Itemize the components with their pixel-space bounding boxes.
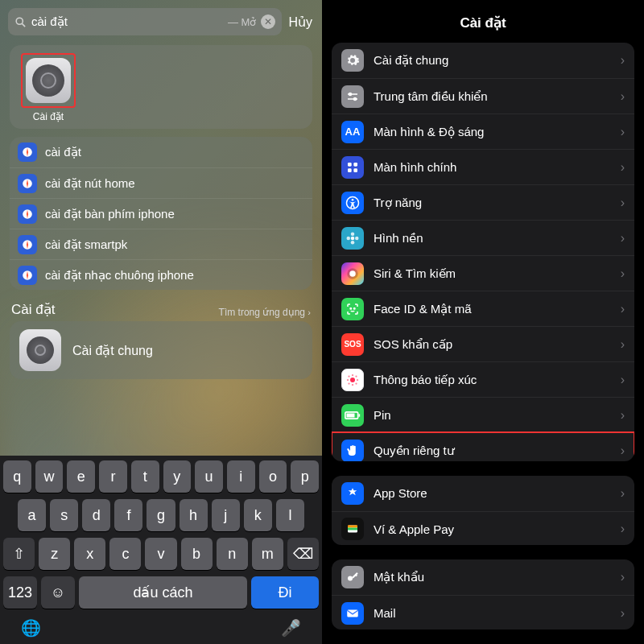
siri-icon xyxy=(341,262,364,285)
settings-row-tr-n-ng[interactable]: Trợ năng › xyxy=(332,184,634,220)
suggestion-item[interactable]: cài đặt nhạc chuông iphone xyxy=(10,259,312,290)
key-x[interactable]: x xyxy=(74,538,105,570)
in-app-result[interactable]: Cài đặt chung xyxy=(10,321,312,379)
settings-row-th-ng-b-o-ti-p-x-c[interactable]: Thông báo tiếp xúc › xyxy=(332,361,634,397)
key-icon xyxy=(341,566,364,588)
key-u[interactable]: u xyxy=(195,460,223,493)
settings-app-icon xyxy=(26,58,71,103)
chevron-right-icon: › xyxy=(621,125,625,139)
settings-row-v-apple-pay[interactable]: Ví & Apple Pay › xyxy=(332,511,634,546)
clear-icon[interactable]: ✕ xyxy=(261,14,275,29)
globe-icon[interactable]: 🌐 xyxy=(21,618,41,638)
svg-point-26 xyxy=(350,378,355,382)
svg-point-30 xyxy=(357,378,358,380)
key-m[interactable]: m xyxy=(252,538,283,570)
settings-row-pin[interactable]: Pin › xyxy=(332,397,634,432)
settings-row-c-i-t-chung[interactable]: Cài đặt chung › xyxy=(332,43,634,78)
key-i[interactable]: i xyxy=(227,460,255,493)
key-c[interactable]: c xyxy=(109,538,141,570)
settings-row-trung-t-m-i-u-khi-n[interactable]: Trung tâm điều khiển › xyxy=(332,78,634,114)
svg-point-0 xyxy=(16,18,23,24)
key-g[interactable]: g xyxy=(147,499,175,531)
hand-icon xyxy=(341,440,364,461)
settings-row-mail[interactable]: Mail › xyxy=(332,595,634,630)
chevron-right-icon: › xyxy=(621,570,625,584)
suggestion-item[interactable]: cài đặt bàn phím iphone xyxy=(10,198,312,229)
cancel-button[interactable]: Hủy xyxy=(288,14,314,30)
key-☺[interactable]: ☺ xyxy=(41,576,75,609)
safari-icon xyxy=(18,204,37,224)
search-input[interactable]: cài đặt — Mở ✕ xyxy=(8,8,282,35)
key-y[interactable]: y xyxy=(163,460,192,493)
settings-row-sos-kh-n-c-p[interactable]: SOS SOS khẩn cấp › xyxy=(332,326,634,361)
key-e[interactable]: e xyxy=(67,460,95,493)
settings-row-app-store[interactable]: App Store › xyxy=(332,476,634,511)
suggestion-item[interactable]: cài đặt xyxy=(10,137,312,167)
access-icon xyxy=(341,192,364,214)
key-l[interactable]: l xyxy=(276,499,304,531)
svg-rect-13 xyxy=(348,168,352,172)
settings-app-tile[interactable]: Cài đặt xyxy=(18,53,79,122)
key-w[interactable]: w xyxy=(35,460,64,493)
settings-row-label: Trợ năng xyxy=(374,196,621,210)
key-h[interactable]: h xyxy=(180,499,208,531)
search-row: cài đặt — Mở ✕ Hủy xyxy=(0,0,322,40)
key-s[interactable]: s xyxy=(50,499,78,531)
svg-rect-39 xyxy=(348,526,357,528)
section-more[interactable]: Tìm trong ứng dụng › xyxy=(219,307,311,318)
key-z[interactable]: z xyxy=(39,538,70,570)
svg-point-31 xyxy=(348,375,349,377)
settings-row-m-n-h-nh-s-ng[interactable]: AA Màn hình & Độ sáng › xyxy=(332,114,634,149)
svg-point-34 xyxy=(355,382,357,384)
key-dấu cách[interactable]: dấu cách xyxy=(79,576,247,609)
chevron-right-icon: › xyxy=(621,196,625,210)
key-q[interactable]: q xyxy=(3,460,31,493)
key-f[interactable]: f xyxy=(114,499,142,531)
settings-row-label: Face ID & Mật mã xyxy=(374,302,621,316)
key-n[interactable]: n xyxy=(217,538,248,570)
chevron-right-icon: › xyxy=(621,408,625,423)
suggestion-label: cài đặt bàn phím iphone xyxy=(45,207,175,221)
key-⇧[interactable]: ⇧ xyxy=(3,538,35,570)
key-r[interactable]: r xyxy=(99,460,127,493)
settings-row-label: SOS khẩn cấp xyxy=(374,337,621,352)
key-Đi[interactable]: Đi xyxy=(251,576,319,609)
settings-row-quy-n-ri-ng-t-[interactable]: Quyền riêng tư › xyxy=(332,432,634,461)
key-a[interactable]: a xyxy=(18,499,46,531)
key-k[interactable]: k xyxy=(244,499,272,531)
settings-row-siri-t-m-ki-m[interactable]: Siri & Tìm kiếm › xyxy=(332,255,634,291)
key-j[interactable]: j xyxy=(212,499,240,531)
key-v[interactable]: v xyxy=(145,538,176,570)
key-d[interactable]: d xyxy=(82,499,110,531)
settings-row-m-n-h-nh-ch-nh[interactable]: Màn hình chính › xyxy=(332,149,634,184)
key-o[interactable]: o xyxy=(259,460,287,493)
settings-row-label: Màn hình & Độ sáng xyxy=(374,125,621,139)
settings-group-2: App Store › Ví & Apple Pay › xyxy=(332,476,634,546)
svg-point-28 xyxy=(352,383,353,385)
grid-icon xyxy=(341,156,364,179)
settings-group-3: Mật khẩu › Mail › xyxy=(332,559,634,630)
section-title: Cài đặt xyxy=(11,301,55,318)
settings-row-h-nh-n-n[interactable]: Hình nền › xyxy=(332,220,634,255)
settings-row-label: Pin xyxy=(374,408,621,422)
chevron-right-icon: › xyxy=(621,266,625,281)
settings-row-face-id-m-t-m-[interactable]: Face ID & Mật mã › xyxy=(332,291,634,326)
key-⌫[interactable]: ⌫ xyxy=(287,538,319,570)
svg-rect-36 xyxy=(359,414,361,416)
suggestion-item[interactable]: cài đặt nút home xyxy=(10,167,312,198)
chevron-right-icon: › xyxy=(621,373,625,387)
mic-icon[interactable]: 🎤 xyxy=(281,618,301,638)
suggestion-list: cài đặt cài đặt nút home cài đặt bàn phí… xyxy=(10,137,312,290)
svg-point-27 xyxy=(352,374,353,375)
suggestion-item[interactable]: cài đặt smartpk xyxy=(10,229,312,259)
highlight-frame xyxy=(21,53,76,108)
svg-point-19 xyxy=(351,241,355,245)
key-t[interactable]: t xyxy=(131,460,159,493)
key-123[interactable]: 123 xyxy=(3,576,37,609)
settings-row-label: Cài đặt chung xyxy=(374,53,621,68)
settings-row-label: App Store xyxy=(374,486,621,500)
key-b[interactable]: b xyxy=(181,538,213,570)
key-p[interactable]: p xyxy=(291,460,319,493)
svg-point-20 xyxy=(347,236,351,240)
settings-row-m-t-kh-u[interactable]: Mật khẩu › xyxy=(332,559,634,595)
